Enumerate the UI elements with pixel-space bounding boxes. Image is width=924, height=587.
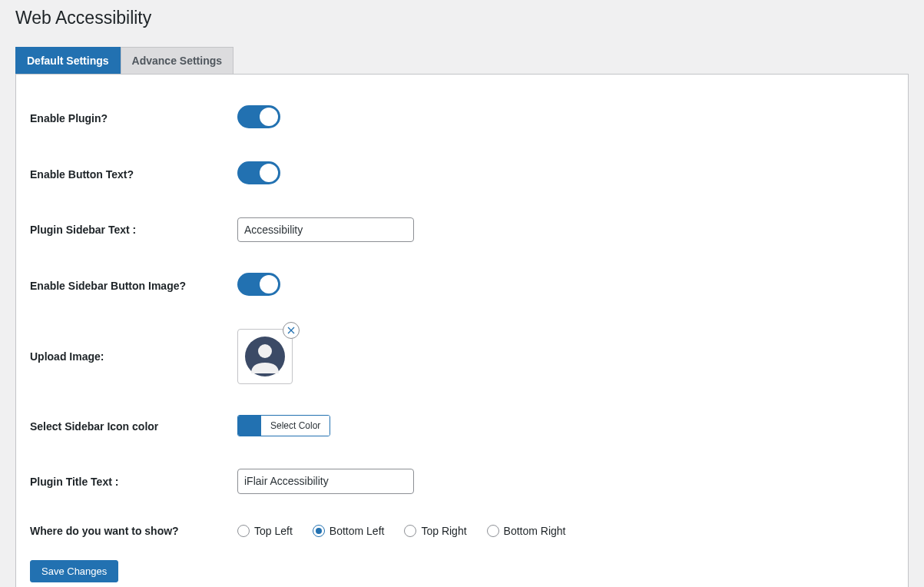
radio-label: Top Right: [421, 525, 466, 537]
field-sidebar-text: Plugin Sidebar Text :: [30, 202, 894, 257]
toggle-knob: [260, 108, 278, 126]
upload-image-preview[interactable]: [237, 329, 293, 384]
field-enable-plugin: Enable Plugin?: [30, 90, 894, 146]
label-position: Where do you want to show?: [30, 525, 237, 537]
radio-dot: [316, 528, 322, 534]
remove-image-button[interactable]: [283, 322, 300, 339]
toggle-knob: [260, 275, 278, 294]
svg-point-3: [258, 344, 272, 358]
save-button[interactable]: Save Changes: [30, 560, 118, 582]
radio-label: Bottom Right: [504, 525, 566, 537]
label-upload-image: Upload Image:: [30, 350, 237, 363]
field-enable-sidebar-image: Enable Sidebar Button Image?: [30, 257, 894, 313]
field-upload-image: Upload Image:: [30, 313, 894, 400]
field-icon-color: Select Sidebar Icon color Select Color: [30, 400, 894, 453]
radio-label: Bottom Left: [330, 525, 385, 537]
tab-default-settings[interactable]: Default Settings: [15, 47, 121, 74]
input-title-text[interactable]: [237, 469, 414, 493]
radio-bottom-right[interactable]: Bottom Right: [487, 525, 566, 537]
field-enable-button-text: Enable Button Text?: [30, 146, 894, 202]
label-icon-color: Select Sidebar Icon color: [30, 420, 237, 433]
tabs: Default Settings Advance Settings: [15, 47, 909, 75]
label-enable-sidebar-image: Enable Sidebar Button Image?: [30, 280, 237, 292]
radio-top-left[interactable]: Top Left: [237, 525, 293, 537]
toggle-enable-plugin[interactable]: [237, 105, 280, 128]
label-enable-button-text: Enable Button Text?: [30, 168, 237, 181]
field-title-text: Plugin Title Text :: [30, 453, 894, 509]
radio-circle: [313, 525, 325, 537]
field-position: Where do you want to show? Top Left Bott…: [30, 509, 894, 552]
radio-circle: [404, 525, 416, 537]
toggle-knob: [260, 164, 278, 182]
radio-top-right[interactable]: Top Right: [404, 525, 466, 537]
radio-circle: [237, 525, 250, 537]
color-swatch: [238, 416, 261, 436]
label-sidebar-text: Plugin Sidebar Text :: [30, 224, 237, 236]
label-enable-plugin: Enable Plugin?: [30, 112, 237, 124]
radio-circle: [487, 525, 499, 537]
select-color-button[interactable]: Select Color: [261, 416, 330, 436]
close-icon: [287, 327, 295, 334]
color-picker[interactable]: Select Color: [237, 415, 330, 436]
page-title: Web Accessibility: [15, 0, 909, 33]
radio-bottom-left[interactable]: Bottom Left: [313, 525, 385, 537]
settings-panel: Enable Plugin? Enable Button Text? Plugi…: [15, 75, 909, 587]
toggle-enable-sidebar-image[interactable]: [237, 273, 280, 296]
label-title-text: Plugin Title Text :: [30, 476, 237, 488]
input-sidebar-text[interactable]: [237, 217, 414, 242]
radio-group-position: Top Left Bottom Left Top Right Bottom Ri…: [237, 525, 894, 537]
tab-advance-settings[interactable]: Advance Settings: [121, 47, 233, 74]
radio-label: Top Left: [254, 525, 293, 537]
toggle-enable-button-text[interactable]: [237, 161, 280, 184]
avatar-placeholder-icon: [245, 337, 285, 376]
